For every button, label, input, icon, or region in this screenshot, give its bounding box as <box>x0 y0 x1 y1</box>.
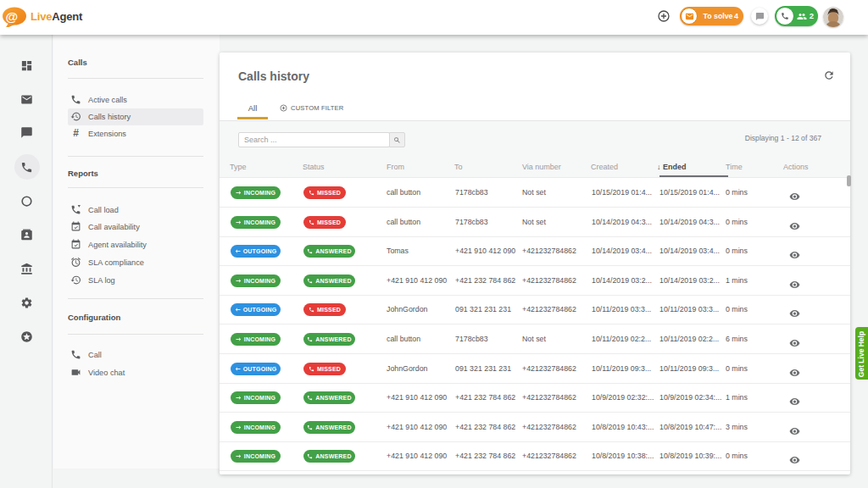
svg-text:@: @ <box>6 9 19 24</box>
